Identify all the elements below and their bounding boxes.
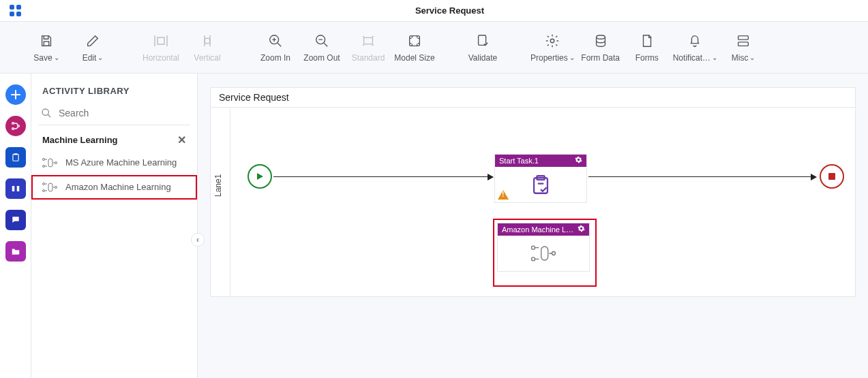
collapse-panel-button[interactable]: ‹ <box>191 233 205 247</box>
edge-start-to-task[interactable] <box>273 176 493 177</box>
forms-button[interactable]: Forms <box>624 29 670 67</box>
svg-point-30 <box>55 187 57 189</box>
chevron-down-icon: ⌄ <box>98 54 103 61</box>
svg-rect-1 <box>16 5 21 10</box>
validate-icon <box>475 33 490 49</box>
svg-rect-14 <box>738 35 749 40</box>
svg-rect-27 <box>48 159 53 167</box>
canvas-area[interactable]: Service Request Lane1 Start Task.1 <box>198 74 868 378</box>
svg-point-25 <box>43 166 45 168</box>
close-icon[interactable]: ✕ <box>177 133 186 146</box>
activity-group-name: Machine Learning <box>42 135 118 145</box>
chevron-down-icon: ⌄ <box>712 54 717 61</box>
machine-learning-icon <box>41 180 59 194</box>
horizontal-button: Horizontal <box>138 29 184 67</box>
page-title: Service Request <box>31 5 868 16</box>
sidebar-item-clipboard-icon[interactable] <box>5 147 26 168</box>
clipboard-check-icon <box>529 173 552 196</box>
properties-icon <box>545 33 560 49</box>
forms-icon <box>640 33 655 49</box>
standard-icon <box>361 33 376 49</box>
misc-button[interactable]: Misc⌄ <box>720 29 766 67</box>
validate-button[interactable]: Validate <box>460 29 506 67</box>
gear-icon[interactable] <box>575 156 582 165</box>
svg-rect-10 <box>410 35 420 46</box>
svg-point-12 <box>551 39 555 43</box>
end-node[interactable] <box>820 164 844 189</box>
chevron-down-icon: ⌄ <box>54 54 59 61</box>
svg-point-26 <box>55 162 57 164</box>
svg-rect-19 <box>12 154 18 161</box>
add-button[interactable] <box>5 84 26 105</box>
zoomout-button[interactable]: Zoom Out <box>299 29 345 67</box>
modelsize-icon <box>407 33 422 49</box>
canvas-title: Service Request <box>211 88 855 108</box>
sidebar-item-folder-icon[interactable] <box>5 241 26 262</box>
activity-item-azureml[interactable]: MS Azure Machine Learning <box>31 151 197 175</box>
sidebar-item-chat-icon[interactable] <box>5 210 26 230</box>
gear-icon[interactable] <box>578 225 585 234</box>
sidebar-activity-library-icon[interactable] <box>5 116 26 136</box>
vertical-button: Vertical <box>184 29 230 67</box>
process-canvas[interactable]: Service Request Lane1 Start Task.1 <box>210 87 856 297</box>
vertical-icon <box>199 33 215 49</box>
activity-group-header: Machine Learning ✕ <box>31 129 197 151</box>
misc-icon <box>736 33 751 49</box>
sidebar-item-columns-icon[interactable] <box>5 178 26 199</box>
task-title: Start Task.1 <box>499 157 539 165</box>
chevron-down-icon: ⌄ <box>569 54 575 61</box>
start-node[interactable] <box>248 164 272 189</box>
save-button[interactable]: Save⌄ <box>23 29 70 67</box>
svg-rect-21 <box>12 186 14 191</box>
activity-item-label: Amazon Machine Learning <box>65 182 171 193</box>
search-input[interactable] <box>57 107 188 119</box>
svg-point-16 <box>12 123 14 125</box>
edit-button[interactable]: Edit⌄ <box>70 29 116 67</box>
edge-task-to-end[interactable] <box>588 176 816 177</box>
lane-label: Lane1 <box>213 174 223 197</box>
formdata-button[interactable]: Form Data <box>578 29 624 67</box>
svg-rect-11 <box>479 35 486 45</box>
svg-rect-9 <box>364 37 373 44</box>
svg-point-13 <box>596 35 605 39</box>
svg-rect-31 <box>48 183 53 191</box>
activity-panel-title: ACTIVITY LIBRARY <box>31 74 197 103</box>
svg-rect-15 <box>738 42 749 46</box>
svg-rect-38 <box>828 173 835 180</box>
task-node-start-task[interactable]: Start Task.1 <box>494 154 587 203</box>
svg-rect-5 <box>158 37 164 44</box>
sidebar <box>0 74 31 378</box>
machine-learning-icon <box>41 156 59 170</box>
svg-point-34 <box>532 246 535 249</box>
chevron-down-icon: ⌄ <box>749 54 755 61</box>
edit-icon <box>85 33 100 49</box>
svg-point-36 <box>552 252 556 255</box>
standard-button: Standard <box>345 29 391 67</box>
svg-rect-22 <box>16 186 19 191</box>
svg-rect-4 <box>44 41 48 45</box>
notifications-button[interactable]: Notificat…⌄ <box>670 29 720 67</box>
task-node-amazon-ml[interactable]: Amazon Machine Learn… <box>497 223 590 272</box>
title-bar: Service Request <box>0 0 868 22</box>
activity-panel: ACTIVITY LIBRARY Machine Learning ✕ MS A… <box>31 74 198 378</box>
svg-point-29 <box>43 190 45 192</box>
activity-search[interactable] <box>38 103 190 125</box>
properties-button[interactable]: Properties⌄ <box>528 29 578 67</box>
app-switcher-icon[interactable] <box>0 4 31 18</box>
activity-item-awsml[interactable]: Amazon Machine Learning <box>31 175 197 200</box>
activity-item-label: MS Azure Machine Learning <box>65 157 177 168</box>
svg-rect-0 <box>10 5 14 10</box>
formdata-icon <box>593 33 608 49</box>
svg-point-17 <box>12 128 14 130</box>
zoomin-button[interactable]: Zoom In <box>252 29 299 67</box>
warning-icon <box>498 190 509 200</box>
zoomout-icon <box>314 33 329 49</box>
svg-point-24 <box>43 159 45 161</box>
svg-rect-2 <box>10 12 14 16</box>
modelsize-button[interactable]: Model Size <box>391 29 438 67</box>
svg-point-6 <box>205 38 210 44</box>
svg-point-28 <box>43 183 45 185</box>
svg-rect-37 <box>541 247 548 260</box>
search-icon <box>41 108 52 119</box>
toolbar: Save⌄Edit⌄HorizontalVerticalZoom InZoom … <box>0 22 868 74</box>
